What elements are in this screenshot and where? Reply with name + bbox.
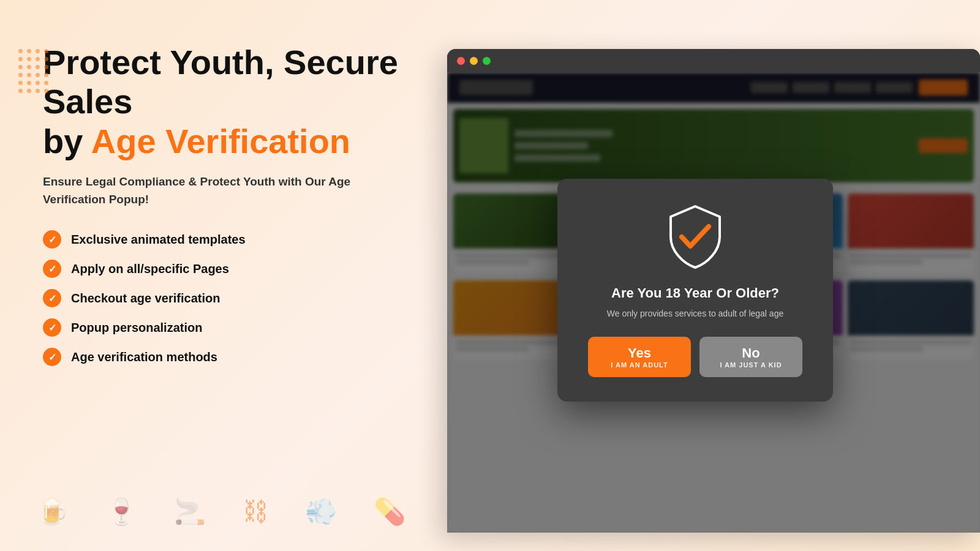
yes-button-label: Yes bbox=[628, 345, 651, 361]
pipe-icon: 💨 bbox=[305, 497, 337, 527]
left-panel: Protect Youth, Secure Sales by Age Verif… bbox=[37, 43, 478, 377]
no-button[interactable]: No I AM JUST A KID bbox=[699, 337, 802, 377]
smoke-icon: 🚬 bbox=[174, 497, 206, 527]
traffic-light-yellow[interactable] bbox=[470, 57, 478, 65]
check-icon-2 bbox=[43, 260, 61, 278]
feature-label-2: Apply on all/specific Pages bbox=[71, 262, 229, 276]
browser-window: Are You 18 Year Or Older? We only provid… bbox=[447, 49, 980, 533]
yes-button[interactable]: Yes I AM AN ADULT bbox=[588, 337, 691, 377]
headline-highlight: Age Verification bbox=[91, 122, 350, 160]
age-verification-popup: Are You 18 Year Or Older? We only provid… bbox=[557, 179, 833, 402]
handcuffs-icon: ⛓ bbox=[243, 497, 268, 527]
overlay: Are You 18 Year Or Older? We only provid… bbox=[447, 72, 980, 533]
traffic-light-green[interactable] bbox=[483, 57, 491, 65]
headline-line2-prefix: by bbox=[43, 122, 91, 160]
traffic-light-red[interactable] bbox=[457, 57, 465, 65]
bottom-icons: 🍺 🍷 🚬 ⛓ 💨 💊 bbox=[37, 497, 405, 527]
no-button-label: No bbox=[742, 345, 760, 361]
headline-line1: Protect Youth, Secure Sales bbox=[43, 43, 398, 121]
browser-titlebar bbox=[447, 49, 980, 72]
features-list: Exclusive animated templates Apply on al… bbox=[43, 230, 478, 366]
feature-item-4: Popup personalization bbox=[43, 318, 478, 337]
check-icon-5 bbox=[43, 348, 61, 366]
feature-item-3: Checkout age verification bbox=[43, 289, 478, 307]
feature-item-2: Apply on all/specific Pages bbox=[43, 260, 478, 278]
feature-label-3: Checkout age verification bbox=[71, 291, 220, 305]
feature-label-1: Exclusive animated templates bbox=[71, 233, 246, 247]
check-icon-1 bbox=[43, 230, 61, 249]
subtitle: Ensure Legal Compliance & Protect Youth … bbox=[43, 173, 398, 208]
feature-item-5: Age verification methods bbox=[43, 348, 478, 366]
check-icon-3 bbox=[43, 289, 61, 307]
popup-buttons: Yes I AM AN ADULT No I AM JUST A KID bbox=[588, 337, 802, 377]
feature-item-1: Exclusive animated templates bbox=[43, 230, 478, 249]
shield-icon bbox=[665, 203, 726, 271]
yes-button-sublabel: I AM AN ADULT bbox=[611, 361, 668, 369]
check-icon-4 bbox=[43, 318, 61, 337]
browser-content: Are You 18 Year Or Older? We only provid… bbox=[447, 72, 980, 533]
beer-icon: 🍺 bbox=[37, 497, 69, 527]
pills-icon: 💊 bbox=[374, 497, 405, 527]
feature-label-5: Age verification methods bbox=[71, 350, 217, 364]
dot-grid bbox=[18, 49, 49, 93]
popup-subtitle: We only provides services to adult of le… bbox=[607, 309, 783, 318]
no-button-sublabel: I AM JUST A KID bbox=[720, 361, 782, 369]
wine-icon: 🍷 bbox=[105, 497, 137, 527]
popup-title: Are You 18 Year Or Older? bbox=[611, 285, 779, 301]
feature-label-4: Popup personalization bbox=[71, 321, 202, 335]
headline: Protect Youth, Secure Sales by Age Verif… bbox=[43, 43, 478, 161]
